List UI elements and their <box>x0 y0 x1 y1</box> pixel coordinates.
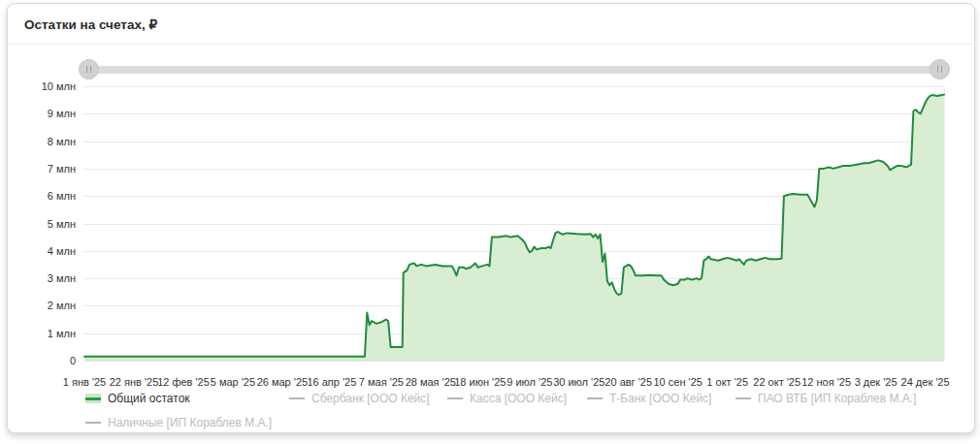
grip-icon <box>937 66 942 73</box>
x-axis-label: 9 июл '25 <box>506 376 552 388</box>
legend-item-inactive[interactable]: Сбербанк [ООО Кейс] <box>289 391 430 406</box>
x-axis-label: 26 мар '25 <box>257 376 308 388</box>
x-axis-label: 1 янв '25 <box>63 376 106 388</box>
page-title: Остатки на счетах, ₽ <box>24 16 157 32</box>
y-axis-label: 2 млн <box>8 300 76 311</box>
x-axis-line <box>84 361 944 362</box>
balance-area-chart <box>84 86 944 361</box>
x-axis-label: 1 окт '25 <box>706 376 748 388</box>
legend-item-inactive[interactable]: Т-Банк [ООО Кейс] <box>587 391 711 406</box>
range-slider-right-handle[interactable] <box>930 59 950 79</box>
legend-item-inactive[interactable]: Касса [ООО Кейс] <box>447 391 567 406</box>
x-axis-label: 12 фев '25 <box>157 376 210 388</box>
y-axis-label: 0 <box>8 355 76 366</box>
y-axis-label: 6 млн <box>8 190 76 202</box>
header-divider <box>8 44 974 45</box>
grip-icon <box>86 66 91 73</box>
legend-item-label: Т-Банк [ООО Кейс] <box>609 392 711 405</box>
legend-item-label: Сбербанк [ООО Кейс] <box>311 392 430 405</box>
x-axis-label: 12 ноя '25 <box>801 376 851 388</box>
y-axis-label: 9 млн <box>8 108 76 119</box>
area-series-swatch-icon <box>85 394 101 403</box>
y-axis-label: 8 млн <box>8 136 76 147</box>
x-axis-label: 28 мая '25 <box>406 376 456 388</box>
x-axis-label: 16 апр '25 <box>307 376 356 388</box>
y-axis-label: 3 млн <box>8 272 76 284</box>
line-series-dash-icon <box>587 397 603 399</box>
range-slider-left-handle[interactable] <box>79 59 99 79</box>
y-axis-label: 5 млн <box>8 218 76 230</box>
legend-item-label: ПАО ВТБ [ИП Кораблев М.А.] <box>758 392 916 405</box>
y-axis-label: 1 млн <box>8 328 76 339</box>
line-series-dash-icon <box>85 422 101 424</box>
y-axis-label: 4 млн <box>8 245 76 257</box>
line-series-dash-icon <box>447 397 463 399</box>
balances-card: Остатки на счетах, ₽ 01 млн2 млн3 млн4 м… <box>7 3 975 433</box>
series-area-fill <box>84 95 944 362</box>
legend-item-inactive[interactable]: Наличные [ИП Кораблев М.А.] <box>85 415 272 430</box>
legend-item-label: Общий остаток <box>108 392 190 405</box>
line-series-dash-icon <box>289 397 305 399</box>
x-axis-label: 22 янв '25 <box>110 376 159 388</box>
range-slider-track[interactable] <box>89 66 941 74</box>
x-axis-label: 22 окт '25 <box>753 376 800 388</box>
x-axis-label: 3 дек '25 <box>855 376 898 388</box>
x-axis-label: 30 июл '25 <box>553 376 604 388</box>
y-axis-label: 10 млн <box>8 80 76 92</box>
x-axis-label: 5 мар '25 <box>211 376 255 388</box>
legend-item-inactive[interactable]: ПАО ВТБ [ИП Кораблев М.А.] <box>735 391 916 406</box>
x-axis-label: 24 дек '25 <box>901 376 950 388</box>
legend-item-label: Касса [ООО Кейс] <box>470 392 567 405</box>
legend-item-label: Наличные [ИП Кораблев М.А.] <box>108 416 272 429</box>
x-axis-label: 10 сен '25 <box>653 376 702 388</box>
chart-plot-area[interactable] <box>84 86 944 361</box>
legend-item-active[interactable]: Общий остаток <box>85 391 190 406</box>
x-axis-label: 7 мая '25 <box>359 376 404 388</box>
line-series-dash-icon <box>735 397 751 399</box>
x-axis-label: 18 июн '25 <box>454 376 506 388</box>
x-axis-label: 20 авг '25 <box>604 376 652 388</box>
plot-right-border <box>944 86 945 361</box>
y-axis-label: 7 млн <box>8 163 76 174</box>
